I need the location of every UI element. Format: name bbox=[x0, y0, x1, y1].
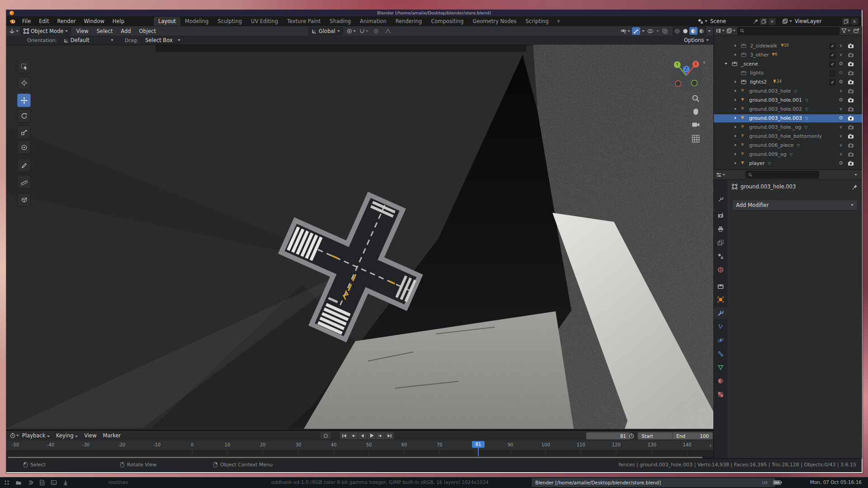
outliner-row-ground-003-hole-003-selected[interactable]: ▼ ground.003_hole.003▽ ⊙ bbox=[714, 114, 862, 122]
taskbar-app-icon-chevron[interactable] bbox=[27, 479, 33, 486]
tool-transform[interactable] bbox=[17, 141, 31, 154]
collection-checkbox[interactable]: ✓ bbox=[830, 52, 835, 58]
overlays-toggle[interactable] bbox=[646, 27, 655, 35]
properties-tab-modifiers[interactable] bbox=[714, 307, 727, 319]
add-workspace-button[interactable]: + bbox=[553, 17, 564, 26]
render-camera-icon-disabled[interactable] bbox=[848, 52, 854, 57]
properties-editor-selector[interactable] bbox=[716, 171, 725, 178]
timeline-editor-selector[interactable] bbox=[10, 432, 19, 440]
outliner-row-ground-003-hole-002[interactable]: ▼ ground.003_hole.002▽ ∨ bbox=[714, 105, 862, 113]
visible-eye-icon[interactable]: ⊙ bbox=[838, 115, 844, 120]
viewlayer-selector[interactable]: ViewLayer bbox=[795, 18, 838, 24]
outliner-row-ground-006-piece[interactable]: ▼ ground.006_piece▽ ∨ bbox=[714, 141, 862, 150]
hide-eye-icon[interactable]: ∨ bbox=[838, 106, 844, 111]
render-camera-icon[interactable] bbox=[848, 98, 854, 103]
properties-tab-material[interactable] bbox=[714, 375, 727, 387]
tab-scripting[interactable]: Scripting bbox=[521, 17, 553, 26]
frame-end-field[interactable]: End100 bbox=[672, 432, 713, 440]
taskbar-window-gimp[interactable]: oddhank-xd-1.0 (RGB color 8-bit gamma in… bbox=[271, 479, 488, 485]
properties-tab-object-data[interactable] bbox=[714, 361, 727, 373]
menu-view[interactable]: View bbox=[73, 28, 91, 34]
blender-logo-icon[interactable] bbox=[9, 18, 16, 24]
menu-select[interactable]: Select bbox=[94, 28, 116, 34]
menu-marker[interactable]: Marker bbox=[100, 432, 124, 439]
outliner-row-2-sidewalk[interactable]: 2_sidewalk ▼10 ✓ ∨ bbox=[714, 42, 862, 50]
collection-checkbox[interactable]: ✓ bbox=[830, 61, 835, 67]
tab-modeling[interactable]: Modeling bbox=[180, 17, 213, 26]
outliner-row-lights2[interactable]: lights2 24 ✓ ⊙ bbox=[714, 78, 862, 86]
render-camera-icon[interactable] bbox=[848, 80, 854, 84]
tab-rendering[interactable]: Rendering bbox=[391, 17, 427, 26]
hide-eye-icon[interactable]: ∨ bbox=[838, 142, 844, 147]
viewlayer-dropdown-chevron[interactable] bbox=[789, 20, 792, 22]
properties-search-input[interactable] bbox=[754, 172, 816, 178]
tab-compositing[interactable]: Compositing bbox=[426, 17, 468, 26]
proportional-falloff-icon[interactable] bbox=[384, 27, 392, 35]
visibility-dropdown[interactable] bbox=[620, 27, 630, 35]
outliner-row-ground-003-hole-og[interactable]: ▼ ground.003_hole._og▽ ∨ bbox=[714, 123, 862, 131]
tool-move[interactable] bbox=[17, 94, 31, 107]
expand-arrow[interactable] bbox=[735, 126, 736, 128]
tab-uv-editing[interactable]: UV Editing bbox=[246, 17, 283, 26]
outliner-row-ground-003-hole[interactable]: ▼ ground.003_hole▽ ∨ bbox=[714, 87, 862, 95]
menu-edit[interactable]: Edit bbox=[35, 18, 53, 24]
taskbar-clock[interactable]: Mon, 07 Oct 05:16:16 bbox=[810, 479, 862, 485]
keyboard-layout-indicator[interactable]: us bbox=[762, 479, 768, 485]
outliner-row-3-other[interactable]: 3_other ▼6 ✓ ∨ bbox=[714, 51, 862, 59]
render-camera-icon-disabled[interactable] bbox=[848, 89, 854, 94]
hide-eye-icon[interactable]: ∨ bbox=[838, 88, 844, 93]
render-camera-icon[interactable] bbox=[848, 43, 854, 48]
expand-arrow[interactable] bbox=[735, 117, 736, 119]
taskbar-window-blender-active[interactable]: Blender [/home/amalie/Desktop/blender/st… bbox=[532, 478, 775, 487]
menu-file[interactable]: File bbox=[18, 18, 35, 24]
editor-type-selector[interactable] bbox=[9, 27, 19, 35]
jump-to-start-button[interactable] bbox=[340, 432, 349, 439]
expand-arrow[interactable] bbox=[735, 89, 736, 92]
tool-cursor[interactable] bbox=[17, 76, 31, 89]
orientation-dropdown[interactable]: Default bbox=[61, 36, 117, 44]
hide-eye-icon[interactable]: ∨ bbox=[838, 52, 844, 57]
shading-wireframe-button[interactable] bbox=[673, 27, 681, 35]
properties-search[interactable] bbox=[745, 171, 819, 178]
current-frame-field[interactable]: 81 bbox=[586, 432, 630, 440]
render-camera-icon[interactable] bbox=[848, 116, 854, 121]
xray-toggle[interactable] bbox=[661, 27, 669, 35]
outliner-row-ground-003-hole-bottomonly[interactable]: ▼ ground.003_hole_bottomonly ∨ bbox=[714, 132, 862, 141]
next-keyframe-button[interactable] bbox=[376, 432, 385, 439]
timeline-keyframe-strip[interactable] bbox=[6, 450, 713, 456]
visible-eye-icon[interactable]: ⊙ bbox=[838, 61, 844, 66]
properties-tab-view-layer[interactable] bbox=[714, 237, 727, 249]
outliner-editor-selector[interactable] bbox=[716, 27, 725, 35]
outliner-row-ground-009-og[interactable]: ▼ ground.009_og▽ ∨ bbox=[714, 150, 862, 159]
gizmo-axis-y-neg[interactable] bbox=[692, 80, 698, 86]
hide-eye-icon[interactable]: ∨ bbox=[838, 151, 844, 156]
menu-playback[interactable]: Playback bbox=[19, 432, 53, 439]
panel-collapse-arrow[interactable]: ‹ bbox=[703, 59, 705, 66]
new-collection-button[interactable] bbox=[852, 27, 860, 35]
gizmo-axis-x-neg[interactable] bbox=[675, 81, 681, 87]
render-camera-icon-disabled[interactable] bbox=[848, 125, 854, 130]
shading-solid-button[interactable] bbox=[681, 27, 689, 35]
hide-eye-icon[interactable]: ∨ bbox=[838, 133, 844, 138]
expand-arrow[interactable] bbox=[735, 144, 736, 146]
collection-checkbox-unchecked[interactable] bbox=[830, 70, 835, 76]
render-camera-icon[interactable] bbox=[848, 134, 854, 139]
tab-shading[interactable]: Shading bbox=[325, 17, 355, 26]
render-camera-icon-disabled[interactable] bbox=[848, 143, 854, 148]
playhead[interactable]: 81 bbox=[472, 441, 485, 448]
properties-tab-render[interactable] bbox=[714, 210, 727, 221]
visible-eye-icon[interactable]: ⊙ bbox=[838, 70, 844, 75]
taskbar-app-icon-terminal[interactable] bbox=[51, 479, 57, 486]
use-preview-range-button[interactable] bbox=[627, 432, 636, 440]
outliner-row-scene[interactable]: _scene ✓ ⊙ bbox=[714, 60, 862, 68]
overlays-dropdown-chevron[interactable] bbox=[656, 30, 659, 32]
menu-help[interactable]: Help bbox=[108, 18, 128, 24]
properties-tab-world[interactable] bbox=[714, 264, 727, 276]
new-viewlayer-button[interactable] bbox=[842, 18, 849, 25]
window-titlebar[interactable]: Blender [/home/amalie/Desktop/blender/st… bbox=[6, 10, 862, 16]
delete-viewlayer-button[interactable]: × bbox=[851, 18, 858, 25]
hide-eye-icon[interactable]: ∨ bbox=[838, 43, 844, 48]
viewport-3d[interactable]: Y X Z ‹ bbox=[6, 45, 713, 429]
properties-tab-scene[interactable] bbox=[714, 250, 727, 262]
taskbar-app-icon-download[interactable] bbox=[62, 479, 69, 486]
